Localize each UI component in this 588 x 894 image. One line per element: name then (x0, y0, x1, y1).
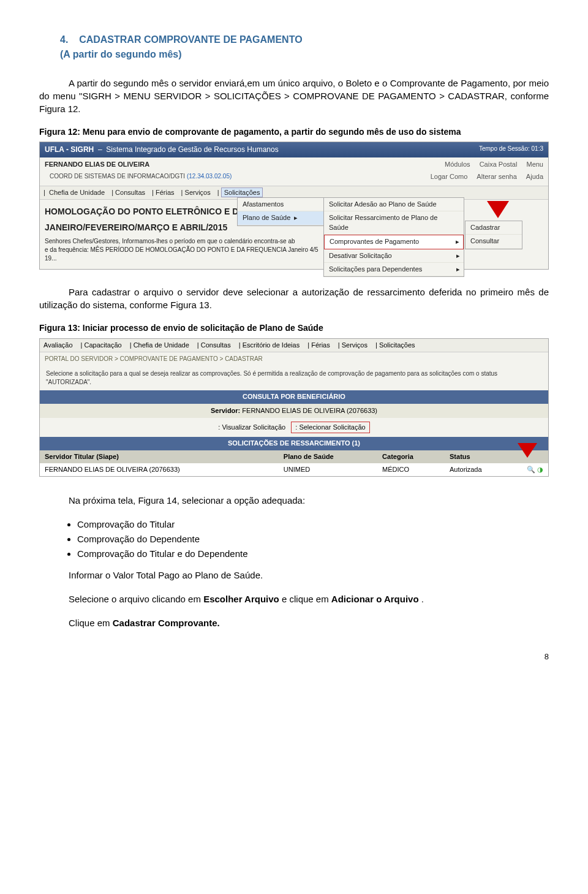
coord-code: (12.34.03.02.05) (187, 173, 232, 180)
ressarcimento-table: Servidor Titular (Siape) Plano de Saúde … (40, 450, 548, 477)
paragraph-2: Para cadastrar o arquivo o servidor deve… (39, 286, 549, 311)
section-bar-solicitacoes: SOLICITAÇÕES DE RESSARCIMENTO (1) (40, 437, 548, 450)
th-categoria: Categoria (377, 450, 445, 463)
link-ajuda[interactable]: Ajuda (526, 173, 543, 180)
m2-solicitacoes[interactable]: Solicitações (379, 341, 415, 349)
link-logar[interactable]: Logar Como (431, 173, 468, 180)
legend-row: : Visualizar Solicitação : Selecionar So… (40, 418, 548, 437)
m2-ferias[interactable]: Férias (311, 341, 330, 349)
submenu3-cadastrar[interactable]: Cadastrar (466, 221, 522, 235)
bullet-titular-dependente: Comprovação do Titular e do Dependente (77, 547, 549, 560)
paragraph-3a: Na próxima tela, Figura 14, selecionar a… (39, 494, 549, 507)
breadcrumb: PORTAL DO SERVIDOR > COMPROVANTE DE PAGA… (40, 352, 548, 366)
menu-chefia[interactable]: Chefia de Unidade (49, 189, 105, 196)
table-row[interactable]: FERNANDO ELIAS DE OLIVEIRA (2076633) UNI… (40, 463, 548, 476)
figure13-screenshot: Avaliação | Capacitação | Chefia de Unid… (39, 338, 549, 477)
figure12-screenshot: UFLA - SIGRH – Sistema Integrado de Gest… (39, 142, 549, 270)
bullet-titular: Comprovação do Titular (77, 518, 549, 531)
section-number: 4. (60, 34, 68, 45)
m2-escritorio[interactable]: Escritório de Ideias (243, 341, 300, 349)
user-name: FERNANDO ELIAS DE OLIVEIRA (45, 160, 149, 169)
red-arrow-icon (518, 443, 537, 458)
m2-avaliacao[interactable]: Avaliação (43, 341, 73, 349)
app-full-title: Sistema Integrado de Gestão de Recursos … (106, 145, 278, 154)
red-arrow-icon (487, 201, 509, 218)
top-links: Módulos Caixa Postal Menu (437, 160, 543, 169)
th-status: Status (445, 450, 514, 463)
adicionar-arquivo: Adicionar o Arquivo (331, 594, 419, 604)
section-bar-consulta: CONSULTA POR BENEFICIÁRIO (40, 390, 548, 403)
m2-capacitacao[interactable]: Capacitação (84, 341, 121, 349)
legend-visualizar: : Visualizar Solicitação (218, 423, 285, 431)
table-header-row: Servidor Titular (Siape) Plano de Saúde … (40, 450, 548, 463)
servidor-label: Servidor: (211, 407, 240, 414)
submenu2-ressarcimento[interactable]: Solicitar Ressarcimento de Plano de Saúd… (324, 211, 464, 235)
instruction-note: Selecione a solicitação para a qual se d… (40, 366, 548, 390)
link-modulos[interactable]: Módulos (445, 161, 470, 168)
section-heading: 4. CADASTRAR COMPROVANTE DE PAGAMENTO (60, 33, 549, 47)
submenu1-plano-saude[interactable]: Plano de Saúde ▸ (238, 211, 323, 225)
bullet-list: Comprovação do Titular Comprovação do De… (77, 518, 549, 560)
paragraph-3d: Clique em Cadastrar Comprovante. (69, 616, 549, 629)
user-coord: COORD DE SISTEMAS DE INFORMACAO/DGTI (12… (45, 172, 236, 183)
page-number: 8 (39, 651, 549, 662)
servidor-value: FERNANDO ELIAS DE OLIVEIRA (2076633) (242, 407, 377, 414)
submenu-level3: Cadastrar Consultar (465, 221, 522, 249)
td-status: Autorizada (445, 463, 514, 476)
menu-solicitacoes[interactable]: Solicitações (221, 188, 263, 197)
user-infobar-2: COORD DE SISTEMAS DE INFORMACAO/DGTI (12… (40, 172, 548, 186)
menu-servicos[interactable]: Serviços (185, 189, 211, 196)
cadastrar-comprovante: Cadastrar Comprovante. (113, 618, 220, 628)
msg-line-3: 19... (45, 254, 543, 263)
paragraph-1: A partir do segundo mês o servidor envia… (39, 77, 549, 115)
submenu2-comprovantes[interactable]: Comprovantes de Pagamento (324, 235, 464, 249)
m2-chefia[interactable]: Chefia de Unidade (134, 341, 189, 349)
legend-selecionar: : Selecionar Solicitação (291, 422, 369, 433)
submenu-level1: Afastamentos Plano de Saúde ▸ (237, 197, 324, 226)
app-titlebar: UFLA - SIGRH – Sistema Integrado de Gest… (40, 142, 548, 157)
user-infobar: FERNANDO ELIAS DE OLIVEIRA Módulos Caixa… (40, 157, 548, 172)
section-title: CADASTRAR COMPROVANTE DE PAGAMENTO (79, 34, 302, 45)
top-links-2: Logar Como Alterar senha Ajuda (423, 172, 543, 183)
fig13-menubar: Avaliação | Capacitação | Chefia de Unid… (40, 339, 548, 352)
servidor-row: Servidor: FERNANDO ELIAS DE OLIVEIRA (20… (40, 404, 548, 418)
magnifier-icon[interactable]: 🔍 (527, 466, 535, 473)
submenu2-dependentes[interactable]: Solicitações para Dependentes (324, 263, 464, 276)
link-caixa-postal[interactable]: Caixa Postal (480, 161, 518, 168)
figure12-caption: Figura 12: Menu para envio de comprovant… (39, 126, 549, 138)
paragraph-3b: Informar o Valor Total Pago ao Plano de … (69, 569, 549, 581)
select-icon[interactable]: ◑ (537, 466, 543, 473)
paragraph-3c: Selecione o arquivo clicando em Escolher… (69, 593, 549, 605)
escolher-arquivo: Escolher Arquivo (203, 594, 279, 604)
submenu-level2: Solicitar Adesão ao Plano de Saúde Solic… (323, 197, 464, 277)
app-short-title: UFLA - SIGRH (45, 145, 94, 154)
td-servidor: FERNANDO ELIAS DE OLIVEIRA (2076633) (40, 463, 279, 476)
th-plano: Plano de Saúde (279, 450, 377, 463)
submenu2-desativar[interactable]: Desativar Solicitação (324, 249, 464, 263)
figure13-caption: Figura 13: Iniciar processo de envio de … (39, 322, 549, 335)
td-categoria: MÉDICO (377, 463, 445, 476)
link-menu[interactable]: Menu (526, 161, 543, 168)
submenu2-adesao[interactable]: Solicitar Adesão ao Plano de Saúde (324, 198, 464, 211)
section-subtitle: (A partir do segundo mês) (60, 48, 549, 61)
submenu3-consultar[interactable]: Consultar (466, 235, 522, 248)
fig12-content: HOMOLOGAÇÃO DO PONTO ELETRÔNICO E DA FRI… (40, 200, 548, 269)
link-alterar-senha[interactable]: Alterar senha (477, 173, 516, 180)
td-plano: UNIMED (279, 463, 377, 476)
m2-servicos[interactable]: Serviços (342, 341, 368, 349)
bullet-dependente: Comprovação do Dependente (77, 532, 549, 545)
submenu1-afastamentos[interactable]: Afastamentos (238, 198, 323, 211)
th-servidor: Servidor Titular (Siape) (40, 450, 279, 463)
menu-ferias[interactable]: Férias (156, 189, 175, 196)
menu-consultas[interactable]: Consultas (115, 189, 145, 196)
m2-consultas[interactable]: Consultas (201, 341, 231, 349)
session-timer: Tempo de Sessão: 01:3 (479, 145, 543, 153)
